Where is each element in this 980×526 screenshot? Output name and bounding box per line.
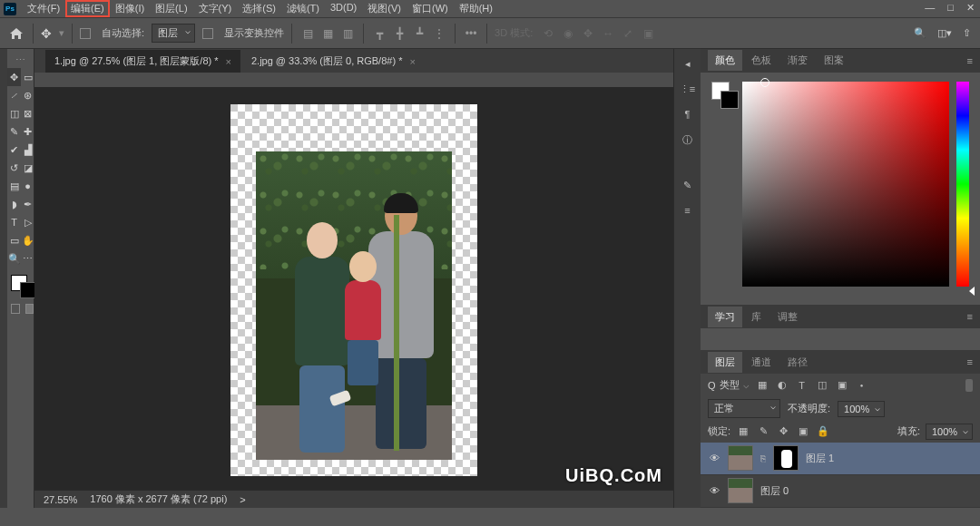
brush-tool[interactable]: ✔ — [7, 141, 21, 159]
maximize-button[interactable]: □ — [947, 2, 954, 14]
document-tab[interactable]: 1.jpg @ 27.5% (图层 1, 图层蒙版/8) *× — [45, 50, 240, 73]
panel-tab-学习[interactable]: 学习 — [708, 307, 742, 327]
filter-smart-icon[interactable]: ▣ — [835, 378, 849, 393]
filter-type-icon[interactable]: T — [795, 378, 809, 393]
lock-all-icon[interactable]: 🔒 — [816, 424, 830, 439]
panel-background-swatch[interactable] — [720, 91, 739, 109]
panel-tab-渐变[interactable]: 渐变 — [780, 50, 815, 71]
crop-tool[interactable]: ◫ — [7, 104, 21, 122]
pen-tool[interactable]: ✒ — [21, 195, 34, 213]
lock-artboard-icon[interactable]: ▣ — [796, 424, 810, 439]
quickmask-mode-icon[interactable] — [25, 304, 34, 314]
filter-dot-icon[interactable]: ● — [855, 378, 869, 393]
info-icon[interactable]: ⓘ — [677, 131, 699, 149]
distribute-icon[interactable]: ⋮ — [431, 25, 447, 42]
eyedropper-tool[interactable]: ✎ — [7, 122, 21, 141]
paint-icon[interactable]: ✎ — [677, 176, 699, 194]
color-field[interactable] — [742, 82, 949, 287]
menu-编辑[interactable]: 编辑(E) — [65, 0, 110, 17]
mask-thumbnail[interactable] — [773, 445, 799, 471]
layer-thumbnail[interactable] — [728, 478, 753, 503]
panel-menu-icon[interactable]: ≡ — [960, 55, 980, 66]
align-right-icon[interactable]: ▥ — [339, 25, 356, 42]
gradient-tool[interactable]: ▤ — [7, 177, 21, 195]
visibility-icon[interactable]: 👁 — [708, 485, 720, 496]
menu-选择[interactable]: 选择(S) — [237, 0, 281, 17]
share-icon[interactable]: ⇧ — [963, 27, 971, 39]
home-icon[interactable] — [7, 24, 25, 43]
quick-select-tool[interactable]: ⊛ — [21, 86, 34, 104]
menu-图像[interactable]: 图像(I) — [110, 0, 150, 17]
layer-row[interactable]: 👁图层 0 — [701, 475, 980, 508]
filter-pixel-icon[interactable]: ▦ — [755, 378, 769, 393]
layer-filter-search[interactable]: Q 类型 ⌵ — [708, 378, 750, 392]
panel-menu-icon[interactable]: ≡ — [960, 311, 980, 322]
menu-文件[interactable]: 文件(F) — [22, 0, 65, 17]
workspace-icon[interactable]: ◫▾ — [937, 27, 952, 39]
align-center-h-icon[interactable]: ▦ — [319, 25, 336, 42]
edit-toolbar[interactable]: ⋯ — [21, 249, 34, 268]
healing-tool[interactable]: ✚ — [21, 122, 34, 141]
standard-mode-icon[interactable] — [11, 304, 20, 314]
panel-tab-通道[interactable]: 通道 — [744, 352, 779, 373]
panel-tab-库[interactable]: 库 — [744, 307, 769, 327]
zoom-tool[interactable]: 🔍 — [7, 249, 21, 268]
shape-tool[interactable]: ▭ — [7, 231, 21, 249]
align-bottom-icon[interactable]: ┻ — [411, 25, 427, 42]
menu-图层[interactable]: 图层(L) — [150, 0, 192, 17]
layer-thumbnail[interactable] — [728, 445, 753, 471]
auto-select-checkbox[interactable] — [80, 28, 91, 39]
more-align-icon[interactable]: ••• — [463, 25, 479, 42]
zoom-readout[interactable]: 27.55% — [44, 494, 77, 505]
menu-滤镜[interactable]: 滤镜(T) — [281, 0, 325, 17]
align-middle-icon[interactable]: ╋ — [391, 25, 407, 42]
swatches-icon[interactable]: ≡ — [677, 201, 699, 219]
tab-close-icon[interactable]: × — [226, 56, 231, 67]
tab-close-icon[interactable]: × — [409, 56, 415, 67]
canvas[interactable] — [34, 73, 673, 490]
panel-tab-路径[interactable]: 路径 — [780, 352, 815, 373]
panel-tab-图案[interactable]: 图案 — [817, 50, 851, 71]
blend-mode-dropdown[interactable]: 正常 — [708, 399, 780, 418]
menu-视图[interactable]: 视图(V) — [362, 0, 407, 17]
minimize-button[interactable]: — — [925, 2, 935, 14]
filter-toggle[interactable] — [965, 379, 973, 392]
search-icon[interactable]: 🔍 — [914, 27, 926, 39]
type-tool[interactable]: T — [7, 213, 21, 231]
color-swatch-pair[interactable] — [711, 82, 735, 297]
panel-menu-icon[interactable]: ≡ — [960, 356, 980, 367]
frame-tool[interactable]: ⊠ — [21, 104, 34, 122]
dock-collapse-icon[interactable]: ◂ — [677, 54, 699, 73]
hue-cursor[interactable] — [969, 287, 975, 296]
menu-3d[interactable]: 3D(D) — [325, 0, 362, 17]
stamp-tool[interactable]: ▟ — [21, 141, 34, 159]
menu-窗口[interactable]: 窗口(W) — [407, 0, 454, 17]
align-left-icon[interactable]: ▤ — [299, 25, 316, 42]
toolbox-grip[interactable]: ⋯ — [7, 54, 34, 68]
lock-transparency-icon[interactable]: ▦ — [736, 424, 750, 439]
lock-position-icon[interactable]: ✥ — [776, 424, 790, 439]
menu-文字[interactable]: 文字(Y) — [193, 0, 238, 17]
marquee-tool[interactable]: ▭ — [21, 68, 34, 86]
lock-pixels-icon[interactable]: ✎ — [756, 424, 770, 439]
filter-adjust-icon[interactable]: ◐ — [775, 378, 789, 393]
lasso-tool[interactable]: ⟋ — [7, 86, 21, 104]
blur-tool[interactable]: ● — [21, 177, 34, 195]
opacity-input[interactable]: 100% — [838, 401, 885, 417]
character-icon[interactable]: ¶ — [677, 105, 699, 123]
panel-tab-颜色[interactable]: 颜色 — [708, 50, 742, 71]
layer-name[interactable]: 图层 0 — [760, 484, 789, 498]
hand-tool[interactable]: ✋ — [21, 231, 34, 249]
path-select-tool[interactable]: ▷ — [21, 213, 34, 231]
layer-row[interactable]: 👁⎘图层 1 — [701, 443, 980, 475]
show-transform-checkbox[interactable] — [202, 28, 213, 39]
dodge-tool[interactable]: ◗ — [7, 195, 21, 213]
auto-select-dropdown[interactable]: 图层 — [152, 24, 195, 43]
color-cursor[interactable] — [760, 78, 769, 87]
eraser-tool[interactable]: ◪ — [21, 159, 34, 177]
fill-input[interactable]: 100% — [926, 424, 973, 440]
document-tab[interactable]: 2.jpg @ 33.3% (图层 0, RGB/8#) *× — [242, 50, 425, 73]
link-icon[interactable]: ⎘ — [760, 453, 766, 463]
menu-帮助[interactable]: 帮助(H) — [454, 0, 498, 17]
hue-slider[interactable] — [956, 82, 969, 287]
